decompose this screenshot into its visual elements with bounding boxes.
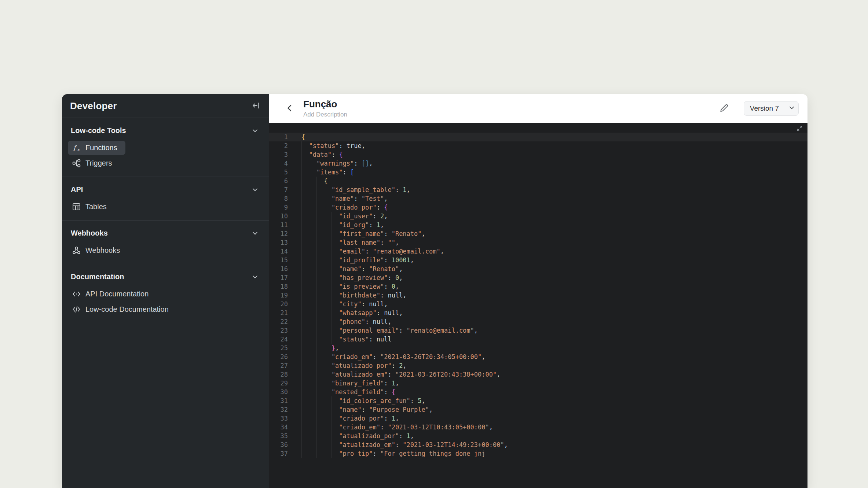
indent-guide: [309, 396, 316, 405]
page-title: Função: [303, 99, 347, 110]
indent-guide: [324, 326, 331, 335]
line-number: 16: [269, 265, 288, 273]
indent-guide: [301, 177, 309, 185]
sidebar-item-triggers[interactable]: Triggers: [68, 156, 120, 170]
code-line: 33"criado_por": 1,: [269, 414, 807, 423]
editor-expand-button[interactable]: [796, 125, 805, 133]
code-line: 7"id_sample_table": 1,: [269, 185, 807, 194]
indent-guide: [309, 177, 316, 185]
code-line: 11"id_org": 1,: [269, 221, 807, 229]
indent-guide: [324, 432, 331, 440]
sidebar-section-low-code-tools: Low-code ToolsƒxFunctionsTriggers: [62, 118, 269, 177]
line-number: 19: [269, 291, 288, 300]
indent-guide: [316, 203, 324, 212]
indent-guide: [332, 265, 339, 273]
line-number: 35: [269, 432, 288, 440]
indent-guide: [316, 238, 324, 247]
indent-guide: [316, 405, 324, 414]
sidebar-item-tables[interactable]: Tables: [68, 200, 115, 214]
indent-guide: [332, 449, 339, 458]
version-dropdown-toggle[interactable]: [785, 104, 798, 112]
indent-guide: [309, 282, 316, 291]
code-line-content: "is_preview": 0,: [301, 282, 399, 291]
indent-guide: [309, 203, 316, 212]
code-line: 9"criado_por": {: [269, 203, 807, 212]
indent-guide: [316, 194, 324, 203]
code-line: 12"first_name": "Renato",: [269, 229, 807, 238]
sidebar-item-webhooks[interactable]: Webhooks: [68, 243, 128, 258]
line-number: 1: [269, 133, 288, 141]
indent-guide: [309, 265, 316, 273]
sidebar-item-label: API Documentation: [85, 290, 149, 298]
back-button[interactable]: [283, 102, 296, 115]
section-header-webhooks[interactable]: Webhooks: [68, 224, 263, 242]
indent-guide: [309, 256, 316, 265]
code-line-content: "last_name": "",: [301, 238, 399, 247]
line-number: 11: [269, 221, 288, 229]
code-line: 35"atualizado_por": 1,: [269, 432, 807, 440]
sidebar-item-low-code-documentation[interactable]: Low-code Documentation: [68, 302, 177, 317]
sidebar-header: Developer: [62, 94, 269, 118]
indent-guide: [309, 168, 316, 177]
sidebar-section-webhooks: WebhooksWebhooks: [62, 220, 269, 264]
collapse-sidebar-button[interactable]: [250, 100, 261, 111]
line-number: 23: [269, 326, 288, 335]
indent-guide: [309, 379, 316, 388]
indent-guide: [324, 185, 331, 194]
indent-guide: [332, 317, 339, 326]
indent-guide: [309, 194, 316, 203]
indent-guide: [316, 388, 324, 396]
functions-icon: ƒx: [72, 144, 81, 152]
indent-guide: [301, 238, 309, 247]
code-line-content: "id_colors_are_fun": 5,: [301, 396, 425, 405]
line-number: 8: [269, 194, 288, 203]
indent-guide: [309, 370, 316, 379]
line-number: 6: [269, 177, 288, 185]
code-line-content: "atualizado_por": 1,: [301, 432, 414, 440]
line-number: 21: [269, 308, 288, 317]
code-line-content: "id_org": 1,: [301, 221, 384, 229]
section-header-api[interactable]: API: [68, 181, 263, 199]
add-description-link[interactable]: Add Description: [303, 111, 347, 118]
indent-guide: [301, 256, 309, 265]
indent-guide: [316, 291, 324, 300]
indent-guide: [324, 317, 331, 326]
code-editor[interactable]: 1{2"status": true,3"data": {4"warnings":…: [269, 123, 807, 488]
indent-guide: [301, 335, 309, 344]
code-line: 20"city": null,: [269, 300, 807, 308]
indent-guide: [301, 326, 309, 335]
indent-guide: [316, 326, 324, 335]
indent-guide: [324, 449, 331, 458]
indent-guide: [309, 344, 316, 352]
code-line: 31"id_colors_are_fun": 5,: [269, 396, 807, 405]
indent-guide: [316, 282, 324, 291]
sidebar-item-api-documentation[interactable]: API Documentation: [68, 287, 157, 301]
code-line: 34"criado_em": "2021-03-12T10:43:05+00:0…: [269, 423, 807, 432]
indent-guide: [316, 212, 324, 221]
indent-guide: [301, 344, 309, 352]
indent-guide: [324, 282, 331, 291]
indent-guide: [309, 361, 316, 370]
code-line: 29"binary_field": 1,: [269, 379, 807, 388]
section-label: API: [71, 185, 83, 194]
section-header-documentation[interactable]: Documentation: [68, 268, 263, 286]
section-header-low-code-tools[interactable]: Low-code Tools: [68, 122, 263, 140]
edit-button[interactable]: [717, 101, 731, 115]
title-block: Função Add Description: [303, 99, 347, 118]
code-line-content: "criado_por": 1,: [301, 414, 399, 423]
code-line-content: "personal_email": "renato@email.com",: [301, 326, 478, 335]
indent-guide: [316, 423, 324, 432]
indent-guide: [332, 282, 339, 291]
code-line: 23"personal_email": "renato@email.com",: [269, 326, 807, 335]
version-selector[interactable]: Version 7: [744, 101, 799, 116]
indent-guide: [332, 414, 339, 423]
line-number: 15: [269, 256, 288, 265]
indent-guide: [309, 238, 316, 247]
sidebar-item-label: Low-code Documentation: [85, 305, 169, 314]
line-number: 28: [269, 370, 288, 379]
sidebar-item-functions[interactable]: ƒxFunctions: [68, 141, 125, 155]
indent-guide: [316, 221, 324, 229]
indent-guide: [301, 265, 309, 273]
code-line-content: "id_sample_table": 1,: [301, 185, 410, 194]
indent-guide: [301, 247, 309, 256]
